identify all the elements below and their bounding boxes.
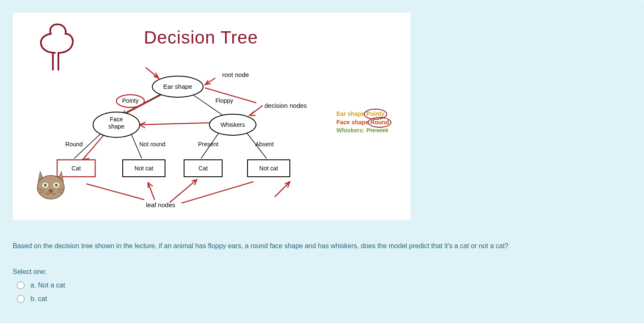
option-b-label: b. cat (30, 295, 47, 303)
anno-whisker-val: Present (366, 127, 388, 134)
svg-text:decision nodes: decision nodes (264, 102, 307, 109)
svg-line-14 (87, 184, 144, 200)
svg-text:leaf nodes: leaf nodes (146, 201, 175, 208)
svg-text:Cat: Cat (72, 165, 81, 172)
svg-text:shape: shape (108, 123, 124, 130)
svg-text:Not cat: Not cat (259, 165, 278, 172)
svg-line-16 (170, 180, 197, 202)
svg-text:Cat: Cat (198, 165, 208, 172)
example-annotation: Ear shape Pointy Face shape Round Whiske… (336, 110, 389, 135)
svg-point-46 (44, 184, 47, 187)
option-a-radio[interactable] (17, 282, 25, 289)
anno-ear-key: Ear shape (336, 110, 365, 117)
anno-whisker-key: Whiskers: (336, 127, 365, 134)
svg-text:Not cat: Not cat (135, 165, 153, 172)
option-b-row[interactable]: b. cat (17, 295, 631, 303)
svg-text:Round: Round (65, 141, 83, 148)
answer-block: Select one: a. Not a cat b. cat (13, 268, 631, 303)
select-one-prompt: Select one: (13, 268, 631, 276)
svg-text:Present: Present (198, 141, 218, 148)
svg-line-17 (182, 182, 253, 203)
svg-text:Not round: Not round (139, 141, 165, 148)
option-a-label: a. Not a cat (30, 282, 65, 289)
anno-face-val: Round (370, 118, 389, 127)
option-a-row[interactable]: a. Not a cat (17, 282, 631, 289)
svg-text:Face: Face (110, 116, 123, 123)
svg-line-1 (190, 93, 224, 116)
question-container: Decision Tree (0, 0, 644, 323)
diagram-image: Decision Tree (13, 13, 410, 220)
svg-text:Whiskers: Whiskers (220, 121, 245, 128)
question-text: Based on the decision tree shown in the … (13, 241, 631, 251)
anno-face-key: Face shape (336, 119, 369, 126)
svg-point-49 (49, 189, 53, 192)
option-b-radio[interactable] (17, 295, 25, 303)
svg-point-44 (37, 175, 64, 199)
svg-text:Absent: Absent (255, 141, 274, 148)
svg-text:Floppy: Floppy (215, 97, 233, 104)
svg-point-48 (55, 184, 58, 187)
svg-line-7 (146, 68, 159, 78)
svg-text:root node: root node (222, 71, 249, 78)
svg-text:Ear shape: Ear shape (163, 83, 192, 90)
svg-text:Pointy: Pointy (122, 97, 139, 104)
svg-line-18 (275, 182, 290, 197)
